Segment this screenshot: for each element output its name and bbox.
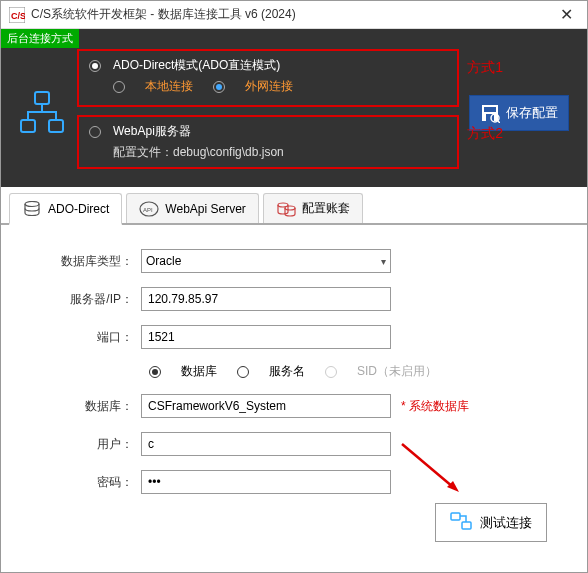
radio-dbname[interactable] <box>149 366 161 378</box>
tab-webapi-label: WebApi Server <box>165 202 245 216</box>
radio-sid-label: SID（未启用） <box>357 363 437 380</box>
svg-rect-19 <box>462 522 471 529</box>
tab-bar: ADO-Direct API WebApi Server 配置账套 <box>1 187 587 225</box>
annotation-2: 方式2 <box>467 125 503 143</box>
form-panel: 数据库类型： Oracle ▾ 服务器/IP： 端口： 数据库 服务名 SID（… <box>1 225 587 572</box>
save-icon <box>480 103 500 123</box>
connection-mode-panel: 后台连接方式 方式1 ADO-Direct模式(ADO直连模式) 本地连接 <box>1 29 587 187</box>
network-icon <box>17 88 67 138</box>
window-title: C/S系统软件开发框架 - 数据库连接工具 v6 (2024) <box>31 6 554 23</box>
password-label: 密码： <box>41 474 141 491</box>
radio-sid <box>325 366 337 378</box>
svg-text:C/S: C/S <box>11 11 25 21</box>
db-type-value: Oracle <box>146 254 181 268</box>
radio-ado-direct-label: ADO-Direct模式(ADO直连模式) <box>113 57 280 74</box>
svg-rect-7 <box>484 107 496 112</box>
test-connection-button[interactable]: 测试连接 <box>435 503 547 542</box>
svg-text:API: API <box>143 207 153 213</box>
svg-point-15 <box>285 206 295 210</box>
app-icon: C/S <box>9 7 25 23</box>
port-input[interactable] <box>141 325 391 349</box>
api-icon: API <box>139 201 159 217</box>
close-button[interactable]: ✕ <box>554 5 579 24</box>
app-window: C/S C/S系统软件开发框架 - 数据库连接工具 v6 (2024) ✕ 后台… <box>0 0 588 573</box>
db-type-select[interactable]: Oracle ▾ <box>141 249 391 273</box>
option-webapi: 方式2 WebApi服务器 配置文件：debug\config\db.json <box>77 115 459 169</box>
password-input[interactable] <box>141 470 391 494</box>
config-file-path: 配置文件：debug\config\db.json <box>89 144 447 161</box>
svg-rect-18 <box>451 513 460 520</box>
radio-svcname[interactable] <box>237 366 249 378</box>
port-label: 端口： <box>41 329 141 346</box>
dbname-input[interactable] <box>141 394 391 418</box>
svg-rect-2 <box>35 92 49 104</box>
save-button-label: 保存配置 <box>506 104 558 122</box>
tab-ado-direct[interactable]: ADO-Direct <box>9 193 122 225</box>
tab-webapi[interactable]: API WebApi Server <box>126 193 258 223</box>
radio-dbname-label: 数据库 <box>181 363 217 380</box>
radio-webapi[interactable] <box>89 126 101 138</box>
dbname-note: * 系统数据库 <box>401 398 469 415</box>
tab-ado-label: ADO-Direct <box>48 202 109 216</box>
svg-line-10 <box>498 121 500 123</box>
chevron-down-icon: ▾ <box>381 256 386 267</box>
server-label: 服务器/IP： <box>41 291 141 308</box>
database-icon <box>22 201 42 217</box>
svg-rect-4 <box>49 120 63 132</box>
radio-ado-direct[interactable] <box>89 60 101 72</box>
server-input[interactable] <box>141 287 391 311</box>
radio-webapi-label: WebApi服务器 <box>113 123 191 140</box>
annotation-1: 方式1 <box>467 59 503 77</box>
option-ado-direct: 方式1 ADO-Direct模式(ADO直连模式) 本地连接 外网连接 <box>77 49 459 107</box>
db-type-label: 数据库类型： <box>41 253 141 270</box>
user-input[interactable] <box>141 432 391 456</box>
test-icon <box>450 512 472 533</box>
dbname-label: 数据库： <box>41 398 141 415</box>
test-button-label: 测试连接 <box>480 514 532 532</box>
radio-external[interactable] <box>213 81 225 93</box>
tab-accounts[interactable]: 配置账套 <box>263 193 363 223</box>
radio-external-label: 外网连接 <box>245 78 293 95</box>
radio-local[interactable] <box>113 81 125 93</box>
mode-tag: 后台连接方式 <box>1 29 79 48</box>
user-label: 用户： <box>41 436 141 453</box>
radio-local-label: 本地连接 <box>145 78 193 95</box>
svg-point-11 <box>25 201 39 206</box>
titlebar: C/S C/S系统软件开发框架 - 数据库连接工具 v6 (2024) ✕ <box>1 1 587 29</box>
radio-svcname-label: 服务名 <box>269 363 305 380</box>
svg-rect-3 <box>21 120 35 132</box>
arrow-annotation <box>397 439 467 502</box>
accounts-icon <box>276 201 296 217</box>
tab-accounts-label: 配置账套 <box>302 200 350 217</box>
svg-line-16 <box>402 444 453 487</box>
